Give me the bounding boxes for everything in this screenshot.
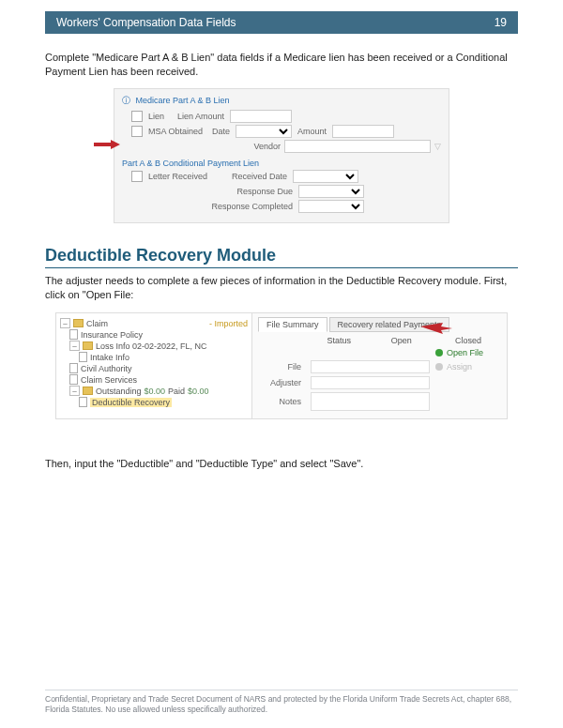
received-date-select[interactable] (293, 170, 358, 183)
tree-node-civil-authority[interactable]: Civil Authority (60, 363, 248, 373)
date-label: Date (212, 127, 230, 136)
col-status: Status (311, 336, 368, 345)
file-status-cell[interactable] (311, 360, 430, 373)
status-imported: - Imported (209, 319, 248, 328)
svg-marker-0 (94, 140, 120, 149)
msa-obtained-label: MSA Obtained (148, 127, 203, 136)
tree-node-intake-info[interactable]: Intake Info (60, 352, 248, 362)
dropdown-icon[interactable]: ▽ (434, 142, 441, 151)
response-completed-select[interactable] (298, 200, 364, 213)
response-completed-label: Response Completed (206, 202, 293, 211)
medicare-group-title: ⓘ Medicare Part A & B Lien (122, 95, 441, 107)
folder-icon (83, 387, 93, 395)
claim-tree: – Claim - Imported Insurance Policy – Lo… (56, 313, 252, 418)
collapse-icon[interactable]: – (60, 318, 70, 328)
collapse-icon[interactable]: – (69, 386, 80, 396)
page-header: Workers' Compensation Data Fields 19 (45, 11, 518, 34)
annotation-arrow-icon (94, 140, 120, 149)
open-file-button[interactable]: Open File (435, 348, 501, 357)
tree-node-outstanding[interactable]: – Outstanding $0.00 Paid $0.00 (60, 386, 248, 396)
confidentiality-footer: Confidential, Proprietary and Trade Secr… (45, 690, 518, 715)
row-file-label: File (258, 362, 305, 372)
conditional-payment-subheader: Part A & B Conditional Payment Lien (122, 159, 441, 168)
open-file-icon (435, 349, 443, 356)
header-title: Workers' Compensation Data Fields (56, 16, 236, 29)
letter-received-label: Letter Received (148, 172, 207, 181)
page-icon (69, 363, 78, 373)
tree-node-claim[interactable]: – Claim - Imported (60, 318, 248, 328)
tree-node-insurance-policy[interactable]: Insurance Policy (60, 329, 248, 340)
paragraph-medicare-instructions: Complete "Medicare Part A & B Lien" data… (45, 51, 518, 79)
response-due-label: Response Due (206, 187, 293, 196)
detail-pane: File Summary Recovery related Payments S… (252, 313, 507, 418)
page-icon (69, 329, 78, 340)
page-icon (69, 374, 78, 385)
row-adjuster-label: Adjuster (258, 378, 305, 387)
col-closed: Closed (435, 336, 501, 345)
assign-button: Assign (435, 362, 501, 372)
detail-tabs: File Summary Recovery related Payments (258, 317, 501, 332)
msa-amount-input[interactable] (332, 125, 394, 138)
tree-node-loss-info[interactable]: – Loss Info 02-02-2022, FL, NC (60, 341, 248, 351)
lien-checkbox[interactable] (131, 111, 143, 122)
annotation-arrow-icon (420, 321, 452, 336)
amount-label: Amount (297, 127, 327, 136)
msa-date-select[interactable] (236, 125, 292, 138)
lien-amount-label: Lien Amount (177, 112, 224, 121)
tab-file-summary[interactable]: File Summary (258, 317, 327, 332)
lien-label: Lien (148, 112, 164, 121)
letter-received-checkbox[interactable] (131, 171, 143, 182)
adjuster-cell[interactable] (311, 376, 430, 389)
page-icon (79, 352, 87, 362)
folder-icon (73, 319, 84, 327)
response-due-select[interactable] (298, 185, 364, 198)
collapse-icon[interactable]: – (69, 341, 80, 351)
lien-amount-input[interactable] (230, 110, 292, 123)
header-page-number: 19 (495, 16, 507, 29)
col-open: Open (373, 336, 431, 345)
vendor-input[interactable] (284, 140, 431, 153)
msa-obtained-checkbox[interactable] (131, 126, 143, 137)
medicare-lien-panel: ⓘ Medicare Part A & B Lien Lien Lien Amo… (114, 88, 449, 223)
received-date-label: Received Date (232, 172, 287, 181)
paragraph-deductible-input-instructions: Then, input the "Deductible" and "Deduct… (45, 457, 518, 471)
section-title-deductible-recovery: Deductible Recovery Module (45, 246, 518, 268)
folder-icon (83, 341, 93, 350)
vendor-label: Vendor (253, 142, 281, 151)
person-icon (435, 363, 443, 371)
notes-cell[interactable] (311, 392, 430, 411)
tree-node-deductible-recovery[interactable]: Deductible Recovery (60, 397, 248, 407)
row-notes-label: Notes (258, 397, 305, 406)
expand-up-icon: ⓘ (122, 96, 130, 105)
svg-marker-1 (420, 323, 452, 334)
tree-node-claim-services[interactable]: Claim Services (60, 374, 248, 385)
selected-node-label: Deductible Recovery (90, 398, 172, 407)
page-icon (79, 397, 87, 407)
paragraph-open-file-instructions: The adjuster needs to complete a few pie… (45, 274, 518, 302)
deductible-recovery-panel: – Claim - Imported Insurance Policy – Lo… (55, 312, 508, 419)
